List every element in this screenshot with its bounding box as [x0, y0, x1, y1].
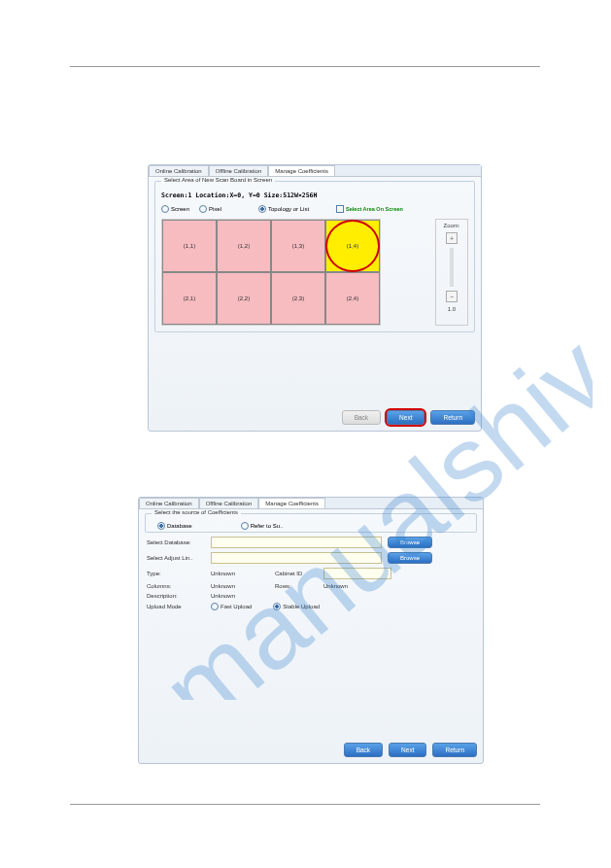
zoom-slider[interactable]	[450, 248, 454, 287]
zoom-in-button[interactable]: +	[446, 232, 458, 244]
tab-manage[interactable]: Manage Coefficients	[268, 165, 335, 176]
select-area-fieldset: Select Area of New Scan Board in Screen …	[154, 181, 475, 332]
browse-adjust-button[interactable]: Browse	[388, 552, 432, 564]
zoom-value: 1.0	[448, 306, 456, 312]
cell-1-1[interactable]: (1,1)	[162, 220, 217, 272]
next-button[interactable]: Next	[387, 410, 424, 425]
label-upload-mode: Upload Mode	[147, 604, 205, 609]
tab-online[interactable]: Online Calibration	[149, 165, 209, 176]
return-button-2[interactable]: Return	[432, 743, 477, 757]
label-columns: Columns:	[147, 583, 205, 589]
chk-select-area-label: Select Area On Screen	[346, 206, 403, 212]
tab-offline[interactable]: Offline Calibration	[209, 165, 269, 176]
zoom-label: Zoom:	[443, 223, 459, 228]
label-type: Type:	[147, 571, 205, 576]
tab-online-2[interactable]: Online Calibration	[139, 498, 199, 508]
return-button[interactable]: Return	[430, 410, 475, 425]
source-legend: Select the source of Coefficients	[152, 509, 241, 515]
manage-coefficients-window-1: Online Calibration Offline Calibration M…	[148, 164, 482, 432]
cell-2-4[interactable]: (2,4)	[325, 272, 380, 325]
tab-bar-2: Online Calibration Offline Calibration M…	[139, 498, 483, 509]
fieldset-legend: Select Area of New Scan Board in Screen	[161, 177, 275, 183]
back-button[interactable]: Back	[342, 410, 381, 425]
tab-offline-2[interactable]: Offline Calibration	[199, 498, 259, 508]
label-description: Description:	[147, 593, 205, 599]
chk-select-area[interactable]: Select Area On Screen	[336, 205, 403, 213]
cell-2-1[interactable]: (2,1)	[162, 272, 217, 325]
value-description: Unknown	[211, 593, 235, 599]
cell-1-4[interactable]: (1,4)	[325, 220, 380, 272]
screen-info: Screen:1 Location:X=0, Y=0 Size:512W×256…	[161, 191, 468, 199]
next-button-2[interactable]: Next	[389, 743, 426, 757]
input-select-adjust[interactable]	[211, 552, 382, 564]
radio-stable-upload[interactable]: Stable Upload	[273, 603, 320, 610]
radio-pixel[interactable]: Pixel	[199, 205, 221, 213]
tab-bar: Online Calibration Offline Calibration M…	[149, 165, 481, 177]
label-rows: Rows:	[275, 583, 318, 589]
board-grid: (1,1) (1,2) (1,3) (1,4) (2,1) (2,2) (2,3…	[161, 219, 381, 326]
select-cabinet-id[interactable]	[323, 568, 391, 579]
cell-1-3[interactable]: (1,3)	[271, 220, 325, 272]
value-columns: Unknown	[211, 583, 269, 589]
radio-screen[interactable]: Screen	[161, 205, 189, 213]
radio-refer[interactable]: Refer to Su..	[241, 522, 284, 530]
browse-database-button[interactable]: Browse	[388, 537, 432, 548]
value-rows: Unknown	[323, 583, 348, 589]
cell-2-2[interactable]: (2,2)	[217, 272, 271, 325]
manage-coefficients-window-2: Online Calibration Offline Calibration M…	[138, 497, 484, 764]
input-select-database[interactable]	[211, 537, 382, 548]
back-button-2[interactable]: Back	[344, 743, 383, 757]
radio-topology[interactable]: Topology or List	[258, 205, 309, 213]
tab-manage-2[interactable]: Manage Coefficients	[258, 498, 325, 508]
zoom-panel: Zoom: + − 1.0	[435, 219, 468, 326]
label-cabinet-id: Cabinet ID	[275, 571, 318, 576]
cell-1-2[interactable]: (1,2)	[217, 220, 271, 272]
zoom-out-button[interactable]: −	[446, 291, 458, 302]
radio-fast-upload[interactable]: Fast Upload	[211, 603, 252, 610]
cell-2-3[interactable]: (2,3)	[271, 272, 325, 325]
value-type: Unknown	[211, 571, 269, 576]
label-select-database: Select Database:	[147, 539, 205, 545]
radio-database[interactable]: Database	[157, 522, 192, 530]
label-select-adjust: Select Adjust Lin..	[147, 555, 205, 561]
source-fieldset: Select the source of Coefficients Databa…	[145, 513, 477, 533]
